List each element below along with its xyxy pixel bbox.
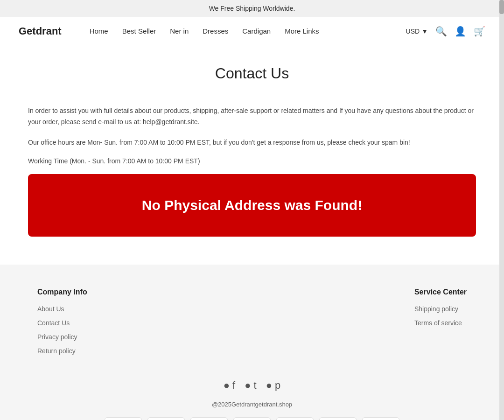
- footer-top: Company Info About Us Contact Us Privacy…: [37, 288, 467, 361]
- footer: Company Info About Us Contact Us Privacy…: [0, 265, 504, 420]
- pinterest-icon[interactable]: ● p: [266, 379, 281, 392]
- footer-company-col: Company Info About Us Contact Us Privacy…: [37, 288, 87, 361]
- chevron-down-icon: ▼: [421, 28, 428, 35]
- company-links-list: About Us Contact Us Privacy policy Retur…: [37, 305, 87, 355]
- copyright: @2025Getdrantgetdrant.shop: [37, 401, 467, 408]
- search-icon[interactable]: 🔍: [435, 26, 447, 37]
- scrollbar-thumb[interactable]: [499, 0, 504, 14]
- nav-cardigan[interactable]: Cardigan: [242, 27, 271, 35]
- working-time: Working Time (Mon. - Sun. from 7:00 AM t…: [28, 157, 476, 165]
- account-icon[interactable]: 👤: [455, 26, 466, 37]
- facebook-icon[interactable]: ● f: [224, 379, 236, 392]
- service-center-title: Service Center: [414, 288, 467, 296]
- twitter-icon[interactable]: ● t: [245, 379, 257, 392]
- scrollbar[interactable]: [499, 0, 504, 420]
- footer-link-return-policy[interactable]: Return policy: [37, 347, 76, 355]
- footer-service-col: Service Center Shipping policy Terms of …: [414, 288, 467, 361]
- mcafee-badge: 🛡 McAfee: [319, 417, 357, 420]
- service-links-list: Shipping policy Terms of service: [414, 305, 467, 327]
- no-address-alert: No Physical Address was Found!: [28, 174, 476, 237]
- currency-selector[interactable]: USD ▼: [406, 28, 428, 35]
- nav-right: USD ▼ 🔍 👤 🛒: [406, 26, 485, 37]
- navbar: Getdrant Home Best Seller Ner in Dresses…: [0, 17, 504, 46]
- cart-icon[interactable]: 🛒: [474, 26, 485, 37]
- page-title: Contact Us: [28, 65, 476, 82]
- nav-more-links[interactable]: More Links: [285, 27, 319, 35]
- nav-dresses[interactable]: Dresses: [203, 27, 228, 35]
- footer-link-shipping-policy[interactable]: Shipping policy: [414, 305, 458, 313]
- fast-shipping-badge: 🚚 FASTSHIPPING: [276, 417, 314, 420]
- visa-badge: VISA: [105, 417, 142, 420]
- banner-text: We Free Shipping Worldwide.: [209, 5, 295, 12]
- nav-ner-in[interactable]: Ner in: [170, 27, 189, 35]
- contact-body-1: In order to assist you with full details…: [28, 105, 476, 128]
- top-banner: We Free Shipping Worldwide.: [0, 0, 504, 17]
- company-info-title: Company Info: [37, 288, 87, 296]
- contact-body-2: Our office hours are Mon- Sun. from 7:00…: [28, 137, 476, 148]
- social-icons: ● f ● t ● p: [37, 379, 467, 392]
- mastercard-badge: [147, 417, 185, 420]
- guarantee-badge: 🔒 SECURE: [190, 417, 228, 420]
- footer-link-about-us[interactable]: About Us: [37, 305, 64, 313]
- footer-link-privacy-policy[interactable]: Privacy policy: [37, 333, 77, 341]
- currency-label: USD: [406, 28, 420, 35]
- nav-best-seller[interactable]: Best Seller: [122, 27, 156, 35]
- main-content: Contact Us In order to assist you with f…: [0, 46, 504, 265]
- nav-home[interactable]: Home: [90, 27, 108, 35]
- footer-link-terms[interactable]: Terms of service: [414, 319, 462, 327]
- satisfaction-badge: 100%SatisfactionGuarantee: [233, 417, 271, 420]
- alert-text: No Physical Address was Found!: [142, 197, 362, 213]
- site-logo[interactable]: Getdrant: [19, 25, 62, 37]
- footer-link-contact-us[interactable]: Contact Us: [37, 319, 70, 327]
- norton-badge: ✓ norton: [362, 417, 399, 420]
- payment-badges: VISA 🔒 SECURE 100%SatisfactionGuarantee …: [37, 417, 467, 420]
- nav-links: Home Best Seller Ner in Dresses Cardigan…: [90, 27, 406, 35]
